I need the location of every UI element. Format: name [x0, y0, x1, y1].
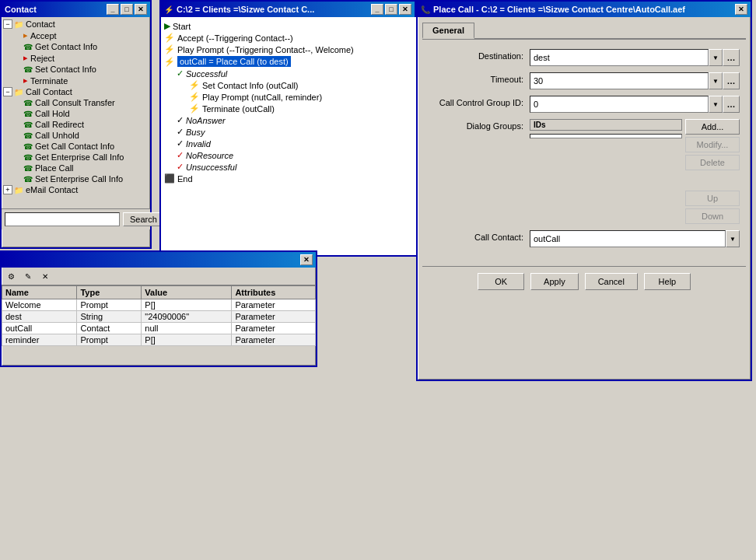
flow-item[interactable]: ▶Start: [164, 20, 415, 32]
item-icon: ☎: [23, 65, 33, 74]
destination-ellipsis[interactable]: …: [723, 49, 740, 66]
flow-icon: ⚡: [164, 44, 175, 54]
close-button[interactable]: ✕: [135, 4, 147, 15]
minimize-button[interactable]: _: [107, 4, 119, 15]
tree-item[interactable]: ▸Terminate: [3, 75, 149, 86]
cancel-button[interactable]: Cancel: [585, 273, 638, 290]
tree-item-label: Contact: [26, 19, 55, 29]
tree-item[interactable]: ☎Place Call: [3, 163, 149, 173]
workflow-minimize[interactable]: _: [371, 4, 383, 15]
tree-item[interactable]: −📁Call Contact: [3, 86, 149, 97]
tree-item[interactable]: ▸Accept: [3, 30, 149, 41]
workflow-titlebar: ⚡ C:\2 = Clients =\Sizwe Contact C... _ …: [161, 2, 415, 17]
cell-name: outCall: [2, 323, 77, 334]
table-row[interactable]: reminder Prompt P[] Parameter: [2, 334, 316, 346]
flow-item-label: Accept (--Triggering Contact--): [177, 33, 293, 43]
flow-item[interactable]: ✓NoAnswer: [164, 114, 415, 126]
timeout-dropdown[interactable]: ▼: [709, 72, 723, 89]
flow-item[interactable]: ⚡Set Contact Info (outCall): [164, 79, 415, 91]
flow-item[interactable]: ⚡Accept (--Triggering Contact--): [164, 32, 415, 44]
ccgid-row: Call Control Group ID: ▼ …: [429, 96, 740, 113]
flow-item[interactable]: ⬛End: [164, 173, 415, 184]
tree-item[interactable]: ☎Get Contact Info: [3, 41, 149, 52]
tree-item[interactable]: ☎Set Enterprise Call Info: [3, 173, 149, 184]
table-row[interactable]: outCall Contact null Parameter: [2, 323, 316, 334]
flow-item-label: NoResource: [186, 151, 233, 160]
flow-item[interactable]: ✓Invalid: [164, 138, 415, 149]
tree-item[interactable]: ▸Reject: [3, 52, 149, 64]
tree-item[interactable]: ☎Call Unhold: [3, 130, 149, 141]
flow-item[interactable]: ⚡Play Prompt (nutCall, reminder): [164, 91, 415, 103]
down-button[interactable]: Down: [685, 208, 740, 224]
table-row[interactable]: Welcome Prompt P[] Parameter: [2, 299, 316, 311]
dialog-groups-listbox[interactable]: [530, 134, 682, 138]
item-icon: ☎: [23, 175, 33, 184]
close-icon-btn[interactable]: ✕: [37, 269, 53, 283]
search-input[interactable]: [5, 212, 120, 226]
call-contact-row: Call Contact: outCall ▼: [429, 230, 740, 247]
tree-item[interactable]: ☎Set Contact Info: [3, 64, 149, 75]
flow-icon: ⚡: [189, 92, 200, 102]
flow-item[interactable]: ⚡Terminate (outCall): [164, 103, 415, 114]
ccgid-ellipsis[interactable]: …: [723, 96, 740, 113]
tree-item[interactable]: ☎Call Hold: [3, 108, 149, 119]
workflow-maximize[interactable]: □: [385, 4, 397, 15]
ok-button[interactable]: OK: [478, 273, 524, 290]
flow-item[interactable]: ⚡Play Prompt (--Triggering Contact--, We…: [164, 44, 415, 55]
expand-icon[interactable]: −: [3, 19, 12, 29]
destination-dropdown[interactable]: ▼: [709, 49, 723, 66]
flow-item[interactable]: ✓Busy: [164, 126, 415, 138]
flow-icon: ✓: [177, 68, 184, 79]
dialog-groups-row: Dialog Groups: IDs Add... Modify... Dele…: [429, 119, 740, 224]
search-button[interactable]: Search: [123, 212, 164, 226]
expand-icon[interactable]: −: [3, 87, 12, 96]
help-button[interactable]: Help: [644, 273, 691, 290]
ccgid-dropdown[interactable]: ▼: [709, 96, 723, 113]
variables-panel: ✕ ⚙ ✎ ✕ Name Type Value Attributes Welco…: [0, 250, 317, 367]
table-row[interactable]: dest String "24090006" Parameter: [2, 311, 316, 323]
ccgid-input[interactable]: [530, 96, 709, 113]
tree-item[interactable]: ☎Call Consult Transfer: [3, 97, 149, 108]
flow-icon: ✓: [177, 150, 184, 160]
modify-button[interactable]: Modify...: [685, 137, 740, 152]
timeout-input[interactable]: [530, 72, 709, 89]
place-call-close[interactable]: ✕: [735, 4, 747, 15]
form-area: Destination: ▼ … Timeout: ▼ …: [422, 46, 746, 257]
tree-item[interactable]: ☎Get Enterprise Call Info: [3, 152, 149, 163]
flow-icon: ⚡: [164, 57, 175, 67]
variables-close[interactable]: ✕: [300, 254, 313, 265]
destination-input[interactable]: [530, 49, 709, 66]
timeout-row: Timeout: ▼ …: [429, 72, 740, 89]
workflow-close[interactable]: ✕: [399, 4, 411, 15]
tree-item[interactable]: −📁Contact: [3, 19, 149, 30]
item-icon: ☎: [23, 121, 33, 129]
flow-item-label: Play Prompt (--Triggering Contact--, Wel…: [177, 45, 354, 54]
delete-button[interactable]: Delete: [685, 155, 740, 170]
cell-type: Prompt: [77, 334, 142, 346]
cell-value: P[]: [142, 299, 232, 311]
timeout-ellipsis[interactable]: …: [723, 72, 740, 89]
cell-name: dest: [2, 311, 77, 323]
edit-icon-btn[interactable]: ⚙: [3, 269, 19, 283]
add-button[interactable]: Add...: [685, 119, 740, 135]
flow-item[interactable]: ✓NoResource: [164, 149, 415, 161]
up-button[interactable]: Up: [685, 191, 740, 206]
flow-item[interactable]: ⚡outCall = Place Call (to dest): [164, 55, 415, 68]
tree-item-label: Set Contact Info: [35, 65, 96, 74]
flow-item[interactable]: ✓Unsuccessful: [164, 161, 415, 173]
call-contact-dropdown[interactable]: ▼: [726, 230, 740, 247]
expand-icon[interactable]: +: [3, 185, 12, 194]
item-icon: 📁: [14, 186, 23, 194]
item-icon: ▸: [23, 75, 28, 86]
pencil-icon-btn[interactable]: ✎: [20, 269, 36, 283]
tree-item[interactable]: ☎Call Redirect: [3, 119, 149, 130]
maximize-button[interactable]: □: [121, 4, 133, 15]
tab-general[interactable]: General: [422, 23, 474, 39]
call-contact-select[interactable]: outCall: [530, 230, 726, 247]
destination-row: Destination: ▼ …: [429, 49, 740, 66]
apply-button[interactable]: Apply: [530, 273, 579, 290]
tree-item[interactable]: +📁eMail Contact: [3, 184, 149, 195]
tree-item[interactable]: ☎Get Call Contact Info: [3, 141, 149, 152]
timeout-label: Timeout:: [429, 72, 530, 84]
flow-item[interactable]: ✓Successful: [164, 68, 415, 79]
